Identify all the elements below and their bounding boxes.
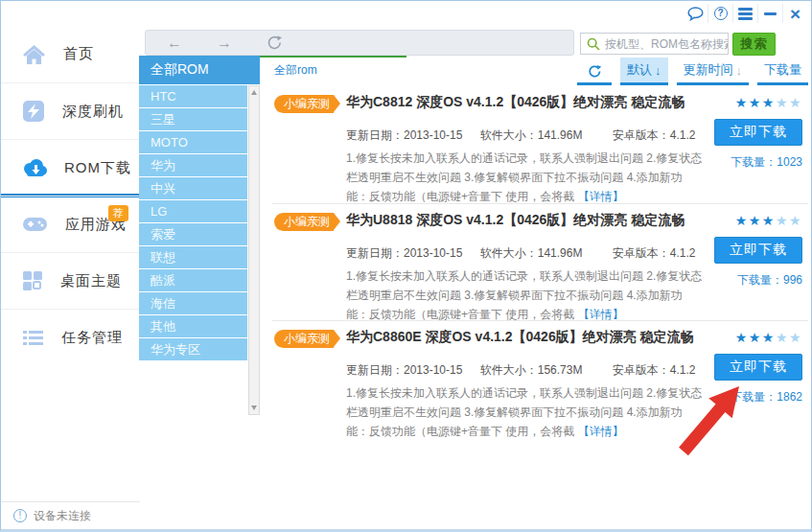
themes-grid-icon xyxy=(22,270,43,291)
detail-link[interactable]: 【详情】 xyxy=(578,425,624,438)
sidebar-item-rom-download[interactable]: ROM下载 xyxy=(1,139,140,196)
category-item[interactable]: 海信 xyxy=(139,292,247,314)
star-icon: ★ xyxy=(735,95,749,110)
task-list-icon xyxy=(22,329,44,346)
rom-description: 1.修复长按未加入联系人的通话记录，联系人强制退出问题 2.修复状态栏透明重启不… xyxy=(346,383,703,441)
category-item[interactable]: 华为 xyxy=(139,154,247,176)
browser-toolbar: ← → xyxy=(145,30,574,56)
help-icon[interactable]: ? xyxy=(708,4,732,23)
refresh-icon xyxy=(588,64,602,79)
category-item[interactable]: 索爱 xyxy=(139,223,247,245)
download-button[interactable]: 立即下载 xyxy=(714,119,802,146)
editor-tested-badge: 小编亲测 xyxy=(274,213,334,231)
sidebar-item-label: ROM下载 xyxy=(64,159,131,177)
star-icon: ★ xyxy=(749,330,762,345)
star-icon: ★ xyxy=(762,330,776,345)
sort-downloads-label: 下载量 xyxy=(764,61,801,79)
rom-meta: 更新日期：2013-10-15 软件大小：156.73M 安卓版本：4.1.2 xyxy=(346,362,703,379)
app-window: ? × 首页 深度刷机 xyxy=(0,0,812,532)
detail-link[interactable]: 【详情】 xyxy=(578,308,624,321)
star-icon: ★ xyxy=(789,330,802,345)
sidebar-item-home[interactable]: 首页 xyxy=(1,26,140,82)
rom-title[interactable]: 华为C8812 深度OS v4.1.2【0426版】绝对漂亮 稳定流畅 xyxy=(346,94,703,111)
rating-stars: ★★★★★ xyxy=(710,95,802,110)
star-icon: ★ xyxy=(749,95,762,110)
rom-title[interactable]: 华为U8818 深度OS v4.1.2【0426版】绝对漂亮 稳定流畅 xyxy=(346,212,703,229)
search-input[interactable] xyxy=(605,37,728,51)
sidebar: 首页 深度刷机 ROM下载 xyxy=(1,26,140,529)
rom-category-panel: 全部ROM HTC三星MOTO华为中兴LG索爱联想酷派海信其他华为专区 xyxy=(139,56,260,360)
star-icon: ★ xyxy=(735,330,749,345)
refresh-list-icon[interactable] xyxy=(577,64,612,85)
down-arrow-icon: ↓ xyxy=(736,63,743,78)
star-icon: ★ xyxy=(776,330,789,345)
sort-update-time[interactable]: 更新时间 ↓ xyxy=(677,58,750,85)
category-item[interactable]: MOTO xyxy=(139,131,247,153)
forward-icon[interactable]: → xyxy=(217,35,232,51)
chat-icon[interactable] xyxy=(683,4,708,23)
category-item[interactable]: 联想 xyxy=(139,246,247,268)
chat-bubble-icon xyxy=(687,7,704,21)
category-item[interactable]: 三星 xyxy=(139,108,247,130)
star-icon: ★ xyxy=(789,213,802,228)
download-button[interactable]: 立即下载 xyxy=(714,237,802,264)
row-divider xyxy=(272,320,808,321)
category-item[interactable]: HTC xyxy=(139,85,247,107)
rom-meta: 更新日期：2013-10-15 软件大小：141.96M 安卓版本：4.1.2 xyxy=(346,245,703,262)
rom-meta: 更新日期：2013-10-15 软件大小：141.96M 安卓版本：4.1.2 xyxy=(346,127,703,144)
breadcrumb[interactable]: 全部rom xyxy=(274,62,317,79)
down-arrow-icon: ↓ xyxy=(655,63,661,78)
category-item[interactable]: LG xyxy=(139,200,247,222)
info-icon: ! xyxy=(13,509,27,522)
sidebar-item-flash[interactable]: 深度刷机 xyxy=(1,82,140,139)
sidebar-item-apps-games[interactable]: 应用游戏 荐 xyxy=(1,196,140,252)
device-statusbar: ! 设备未连接 xyxy=(1,501,140,529)
editor-tested-badge: 小编亲测 xyxy=(274,95,334,113)
sort-update-time-label: 更新时间 xyxy=(684,61,733,79)
rom-title[interactable]: 华为C8860E 深度OS v4.1.2【0426版】绝对漂亮 稳定流畅 xyxy=(346,329,703,346)
home-icon xyxy=(22,44,46,65)
star-icon: ★ xyxy=(749,213,762,228)
download-count: 下载量：1023 xyxy=(710,154,802,171)
star-icon: ★ xyxy=(776,95,789,110)
star-icon: ★ xyxy=(762,95,776,110)
sidebar-item-themes[interactable]: 桌面主题 xyxy=(1,252,140,309)
sort-bar: 默认 ↓ 更新时间 ↓ 下载量 xyxy=(577,58,808,85)
download-count: 下载量：996 xyxy=(710,272,802,289)
editor-tested-badge: 小编亲测 xyxy=(274,330,334,348)
sidebar-item-label: 桌面主题 xyxy=(60,272,122,290)
sort-default[interactable]: 默认 ↓ xyxy=(620,58,668,85)
sidebar-item-label: 深度刷机 xyxy=(62,103,124,121)
menu-icon[interactable] xyxy=(732,4,757,23)
search-icon xyxy=(587,37,600,51)
back-icon[interactable]: ← xyxy=(167,35,182,51)
category-item[interactable]: 其他 xyxy=(139,315,247,337)
sidebar-item-label: 任务管理 xyxy=(61,329,123,347)
titlebar: ? × xyxy=(1,1,811,26)
refresh-icon[interactable] xyxy=(267,35,283,51)
star-icon: ★ xyxy=(762,213,776,228)
sidebar-item-tasks[interactable]: 任务管理 xyxy=(1,309,140,365)
category-list: HTC三星MOTO华为中兴LG索爱联想酷派海信其他华为专区 xyxy=(139,85,260,360)
rom-description: 1.修复长按未加入联系人的通话记录，联系人强制退出问题 2.修复状态栏透明重启不… xyxy=(346,149,703,206)
detail-link[interactable]: 【详情】 xyxy=(578,190,624,203)
rom-description: 1.修复长按未加入联系人的通话记录，联系人强制退出问题 2.修复状态栏透明重启不… xyxy=(346,266,703,324)
search-box xyxy=(580,33,729,55)
search-button[interactable]: 搜索 xyxy=(732,33,776,56)
star-icon: ★ xyxy=(735,213,749,228)
recommended-badge: 荐 xyxy=(108,205,128,221)
category-item[interactable]: 酷派 xyxy=(139,269,247,291)
rating-stars: ★★★★★ xyxy=(710,330,802,345)
device-status-text: 设备未连接 xyxy=(34,508,91,524)
sort-downloads[interactable]: 下载量 xyxy=(757,58,808,85)
category-all-rom[interactable]: 全部ROM xyxy=(139,56,260,84)
gamepad-icon xyxy=(22,216,48,233)
row-divider xyxy=(272,203,808,204)
close-button[interactable]: × xyxy=(782,4,807,23)
star-icon: ★ xyxy=(789,95,802,110)
minimize-button[interactable] xyxy=(757,4,782,23)
category-item[interactable]: 华为专区 xyxy=(139,338,247,360)
category-scrollbar[interactable] xyxy=(248,85,260,415)
star-icon: ★ xyxy=(776,213,789,228)
category-item[interactable]: 中兴 xyxy=(139,177,247,199)
